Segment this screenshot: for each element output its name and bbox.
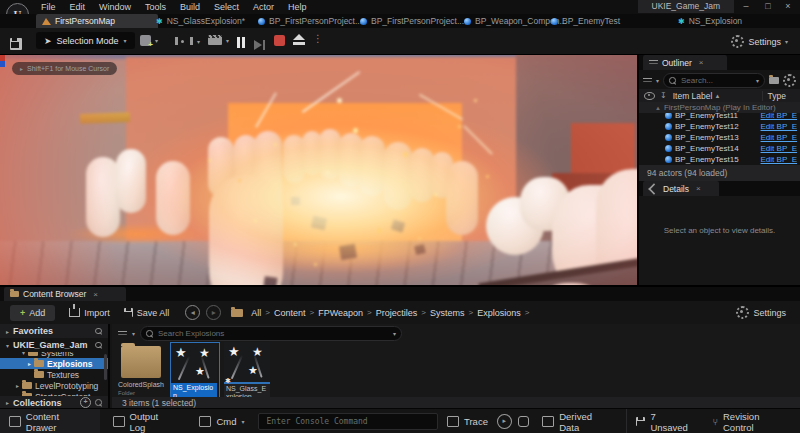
import-button[interactable]: Import — [69, 308, 110, 318]
cb-search-input[interactable] — [156, 328, 390, 339]
add-collection-icon[interactable]: + — [80, 397, 91, 408]
save-icon[interactable] — [10, 38, 22, 50]
search-icon[interactable] — [95, 328, 102, 335]
close-icon[interactable]: × — [699, 58, 704, 67]
viewport-settings-button[interactable]: Settings ▾ — [731, 35, 788, 48]
screenshot-icon[interactable] — [518, 416, 530, 427]
search-icon[interactable] — [95, 399, 102, 406]
add-actor-button[interactable]: + ▾ — [140, 35, 158, 46]
new-folder-icon[interactable] — [769, 77, 779, 84]
tree-scrollbar[interactable] — [104, 354, 107, 380]
cinematics-dropdown[interactable]: ▾ — [208, 35, 229, 45]
maximize-button[interactable]: □ — [758, 0, 778, 13]
outliner-header-row: ↧ Item Label ▲ Type — [639, 89, 800, 102]
insights-icon[interactable]: ▸ — [497, 414, 512, 429]
back-button[interactable]: ◂ — [185, 305, 200, 320]
column-type[interactable]: Type — [762, 91, 786, 101]
menu-build[interactable]: Build — [173, 0, 207, 14]
close-button[interactable]: × — [778, 0, 798, 13]
edit-blueprint-link[interactable]: Edit BP_E — [761, 133, 797, 142]
level-viewport[interactable]: ▸ Shift+F1 for Mouse Cursor — [0, 55, 637, 285]
breadcrumb-systems[interactable]: Systems — [430, 308, 465, 318]
breadcrumb-all[interactable]: All — [251, 308, 261, 318]
add-button[interactable]: + Add — [10, 305, 55, 321]
minimize-button[interactable]: – — [736, 0, 756, 13]
pin-icon[interactable]: ↧ — [660, 91, 667, 100]
console-command-input[interactable] — [258, 413, 438, 430]
outliner-root-row[interactable]: ▲ FirstPersonMap (Play In Editor) — [639, 102, 800, 113]
tab-ns-glassexplosion[interactable]: ✱ NS_GlassExplosion* — [150, 14, 260, 28]
outliner-settings-icon[interactable] — [783, 74, 796, 87]
menu-tools[interactable]: Tools — [138, 0, 173, 14]
revision-control-button[interactable]: ⑂ Revision Control — [704, 409, 800, 433]
filter-caret[interactable]: ▾ — [132, 330, 135, 337]
output-log-button[interactable]: Output Log — [104, 409, 185, 433]
blueprints-dropdown[interactable]: ▾ — [175, 37, 200, 45]
breadcrumb-explosions[interactable]: Explosions — [477, 308, 521, 318]
outliner-searchbox[interactable]: ▾ — [663, 73, 765, 88]
column-item-label[interactable]: Item Label — [673, 91, 713, 101]
close-icon[interactable]: × — [696, 184, 701, 193]
tree-item-textures[interactable]: Textures — [0, 369, 108, 380]
content-drawer-button[interactable]: Content Drawer — [0, 409, 100, 433]
tree-item-levelprototyping[interactable]: ▸ LevelPrototyping — [0, 380, 108, 391]
edit-blueprint-link[interactable]: Edit BP_E — [761, 144, 797, 153]
filter-caret[interactable]: ▾ — [656, 77, 659, 84]
tab-firstpersonmap[interactable]: FirstPersonMap — [36, 14, 158, 28]
blueprint-icon — [360, 18, 367, 25]
save-all-button[interactable]: Save All — [124, 308, 170, 318]
menu-window[interactable]: Window — [92, 0, 138, 14]
menu-edit[interactable]: Edit — [63, 0, 93, 14]
cmd-dropdown[interactable]: Cmd ▾ — [190, 409, 253, 433]
selection-mode-dropdown[interactable]: ➤ Selection Mode ▾ — [36, 32, 135, 49]
tab-bp-firstpersonproject-1[interactable]: BP_FirstPersonProject... — [252, 14, 364, 28]
path-folder-icon — [231, 309, 243, 317]
outliner-row[interactable]: BP_EnemyTest15 Edit BP_E — [639, 154, 800, 165]
tree-item-startercontent[interactable]: ▸ StarterContent — [0, 391, 108, 396]
close-icon[interactable]: × — [93, 290, 98, 299]
details-tab[interactable]: Details × — [643, 181, 719, 196]
outliner-row[interactable]: BP_EnemyTest13 Edit BP_E — [639, 132, 800, 143]
derived-data-button[interactable]: Derived Data — [533, 409, 622, 433]
favorites-header[interactable]: ▸ Favorites — [0, 324, 108, 338]
menu-actor[interactable]: Actor — [246, 0, 281, 14]
filter-icon[interactable] — [643, 77, 652, 85]
outliner-tab[interactable]: Outliner × — [643, 55, 727, 70]
edit-blueprint-link[interactable]: Edit BP_E — [761, 113, 797, 120]
playback-options-kebab[interactable]: ⋮ — [313, 33, 323, 44]
outliner-row[interactable]: BP_EnemyTest12 Edit BP_E — [639, 121, 800, 132]
unsaved-asterisk: ✱ — [225, 377, 231, 385]
cb-settings-button[interactable]: Settings — [736, 306, 786, 319]
outliner-search-input[interactable] — [679, 75, 753, 86]
tab-bp-enemytest[interactable]: BP_EnemyTest — [545, 14, 637, 28]
edit-blueprint-link[interactable]: Edit BP_E — [761, 155, 797, 164]
forward-button[interactable]: ▸ — [206, 305, 221, 320]
save-all-icon — [124, 308, 133, 317]
project-header[interactable]: ▾ UKIE_Game_Jam — [0, 338, 108, 352]
asset-tile-coloredsplash[interactable]: ColoredSplash Folder — [118, 344, 164, 396]
breadcrumb-fpweapon[interactable]: FPWeapon — [318, 308, 363, 318]
breadcrumb-projectiles[interactable]: Projectiles — [376, 308, 418, 318]
filter-icon[interactable] — [118, 330, 127, 338]
content-browser-tab[interactable]: Content Browser × — [4, 287, 126, 301]
edit-blueprint-link[interactable]: Edit BP_E — [761, 122, 797, 131]
menu-file[interactable]: File — [34, 0, 63, 14]
unsaved-button[interactable]: 7 Unsaved — [626, 409, 703, 433]
stop-button[interactable] — [274, 35, 285, 46]
pause-button[interactable] — [236, 34, 246, 52]
outliner-row[interactable]: BP_EnemyTest11 Edit BP_E — [639, 113, 800, 121]
outliner-row[interactable]: BP_EnemyTest14 Edit BP_E — [639, 143, 800, 154]
mouse-cursor-hint[interactable]: ▸ Shift+F1 for Mouse Cursor — [12, 62, 117, 75]
cb-searchbox[interactable]: ▾ — [140, 326, 402, 341]
menu-help[interactable]: Help — [281, 0, 314, 14]
breadcrumb-content[interactable]: Content — [274, 308, 306, 318]
tree-item-explosions-selected[interactable]: ▸ Explosions — [0, 358, 108, 369]
eject-button[interactable] — [293, 34, 305, 45]
eye-icon[interactable] — [644, 92, 655, 100]
search-icon[interactable] — [95, 342, 102, 349]
menu-select[interactable]: Select — [207, 0, 246, 14]
frame-skip-button[interactable] — [254, 36, 265, 54]
tab-ns-explosion[interactable]: ✱ NS_Explosion — [672, 14, 766, 28]
tab-bp-firstpersonproject-2[interactable]: BP_FirstPersonProject... — [354, 14, 466, 28]
trace-button[interactable]: Trace — [438, 409, 497, 433]
